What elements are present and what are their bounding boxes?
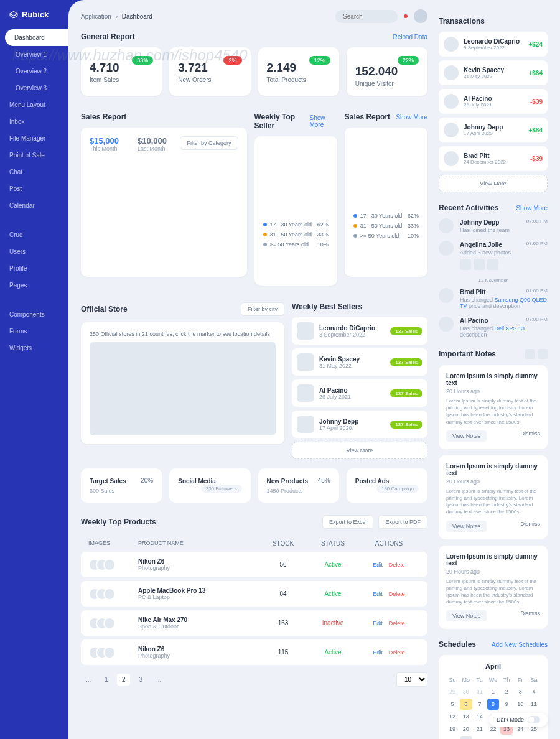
edit-action[interactable]: Edit (373, 562, 383, 568)
nav-crud[interactable]: Crud (0, 226, 68, 243)
nav-users[interactable]: Users (0, 243, 68, 260)
toggle-switch[interactable] (528, 716, 540, 723)
nav-profile[interactable]: Profile (0, 260, 68, 277)
notes-next[interactable] (538, 349, 548, 359)
nav-overview2[interactable]: Overview 2 (0, 63, 68, 80)
nav-overview3[interactable]: Overview 3 (0, 80, 68, 96)
calendar-day[interactable]: 6 (460, 699, 472, 710)
export-pdf-button[interactable]: Export to PDF (378, 515, 427, 529)
filter-category-button[interactable]: Filter by Category (180, 136, 238, 150)
filter-city-button[interactable]: Filter by city (241, 302, 284, 316)
page-number[interactable]: 1 (100, 674, 113, 686)
calendar-day[interactable]: 10 (514, 699, 526, 710)
page-number[interactable]: ... (81, 674, 96, 686)
calendar-month: April (446, 662, 540, 670)
search-input[interactable] (335, 10, 398, 23)
logo[interactable]: Rubick (0, 9, 68, 29)
calendar-day[interactable]: 31 (474, 686, 486, 697)
seller-name: Al Pacino (319, 387, 351, 394)
calendar-day[interactable]: 19 (446, 723, 459, 735)
delete-action[interactable]: Delete (389, 562, 405, 568)
transaction-item[interactable]: Johnny Depp17 April 2020+$84 (439, 118, 548, 142)
delete-action[interactable]: Delete (389, 591, 405, 597)
calendar-day[interactable]: 11 (528, 699, 540, 710)
transaction-item[interactable]: Brad Pitt24 December 2022-$39 (439, 146, 548, 171)
dismiss-link[interactable]: Dismiss (521, 521, 541, 532)
nav-file-manager[interactable]: File Manager (0, 130, 68, 147)
calendar-day[interactable]: 29 (446, 686, 459, 697)
view-notes-button[interactable]: View Notes (446, 610, 487, 621)
calendar-day[interactable]: 8 (487, 699, 500, 710)
user-avatar[interactable] (414, 9, 427, 23)
sr2-show-more[interactable]: Show More (396, 114, 427, 121)
nav-pages[interactable]: Pages (0, 277, 68, 294)
nav-components[interactable]: Components (0, 306, 68, 323)
calendar-day[interactable]: 28 (474, 736, 486, 739)
calendar-day[interactable]: 9 (500, 699, 513, 710)
map-placeholder[interactable] (90, 342, 276, 435)
per-page-select[interactable]: 10 (396, 672, 427, 687)
calendar-day[interactable]: 20 (460, 723, 472, 735)
calendar-day[interactable]: 1 (487, 686, 500, 697)
calendar-day[interactable]: 29 (487, 736, 500, 739)
nav-chat[interactable]: Chat (0, 164, 68, 180)
calendar-day[interactable]: 30 (500, 736, 513, 739)
calendar-day[interactable]: 7 (474, 699, 486, 710)
calendar-day[interactable]: 3 (514, 686, 526, 697)
delete-action[interactable]: Delete (389, 620, 405, 626)
trans-view-more[interactable]: View More (439, 175, 548, 192)
seller-item[interactable]: Kevin Spacey31 May 2022137 Sales (292, 348, 427, 376)
view-notes-button[interactable]: View Notes (446, 430, 487, 442)
wts-show-more[interactable]: Show More (309, 114, 337, 128)
notes-prev[interactable] (525, 349, 535, 359)
edit-action[interactable]: Edit (373, 591, 383, 597)
nav-post[interactable]: Post (0, 180, 68, 197)
calendar-day[interactable]: 14 (474, 711, 486, 722)
card-label: New Orders (178, 77, 241, 83)
edit-action[interactable]: Edit (373, 649, 383, 656)
calendar-day[interactable]: 26 (446, 736, 459, 739)
nav-pos[interactable]: Point of Sale (0, 147, 68, 164)
calendar-day[interactable]: 13 (460, 711, 472, 722)
notification-dot[interactable] (404, 14, 408, 18)
calendar-day[interactable]: 27 (460, 736, 472, 739)
nav-widgets[interactable]: Widgets (0, 340, 68, 356)
calendar-day[interactable]: 2 (500, 686, 513, 697)
nav-inbox[interactable]: Inbox (0, 113, 68, 130)
seller-item[interactable]: Al Pacino26 July 2021137 Sales (292, 379, 427, 407)
delete-action[interactable]: Delete (389, 649, 405, 656)
view-notes-button[interactable]: View Notes (446, 521, 487, 532)
nav-menu-layout[interactable]: Menu Layout (0, 96, 68, 113)
reload-data-link[interactable]: Reload Data (393, 34, 427, 40)
nav-overview1[interactable]: Overview 1 (0, 46, 68, 63)
transaction-item[interactable]: Leonardo DiCaprio9 September 2022+$24 (439, 32, 548, 57)
sellers-view-more[interactable]: View More (292, 442, 427, 459)
calendar-day[interactable]: 4 (528, 686, 540, 697)
calendar-day[interactable]: 2 (528, 736, 540, 739)
transaction-item[interactable]: Kevin Spacey31 May 2022+$64 (439, 60, 548, 85)
dismiss-link[interactable]: Dismiss (521, 610, 541, 621)
calendar-day-header: Th (500, 675, 513, 685)
transaction-item[interactable]: Al Pacino26 July 2021-$39 (439, 89, 548, 114)
page-number[interactable]: 2 (117, 674, 131, 686)
calendar-day[interactable]: 1 (514, 736, 526, 739)
dark-mode-toggle[interactable]: Dark Mode (489, 713, 548, 727)
calendar-day[interactable]: 5 (446, 699, 459, 710)
page-number[interactable]: ... (151, 674, 166, 686)
calendar-day[interactable]: 30 (460, 686, 472, 697)
activities-show-more[interactable]: Show More (516, 205, 548, 211)
dismiss-link[interactable]: Dismiss (521, 430, 541, 442)
stat-card: Social Media350 Followers (169, 468, 250, 503)
edit-action[interactable]: Edit (373, 620, 383, 626)
seller-item[interactable]: Johnny Depp17 April 2020137 Sales (292, 411, 427, 438)
add-schedules-link[interactable]: Add New Schedules (492, 641, 548, 648)
export-excel-button[interactable]: Export to Excel (322, 515, 374, 529)
calendar-day[interactable]: 12 (446, 711, 459, 722)
seller-item[interactable]: Leonardo DiCaprio3 September 2022137 Sal… (292, 317, 427, 345)
nav-dashboard[interactable]: Dashboard (5, 29, 68, 46)
calendar-day[interactable]: 21 (474, 723, 486, 735)
nav-forms[interactable]: Forms (0, 323, 68, 340)
page-number[interactable]: 3 (134, 674, 147, 686)
nav-calendar[interactable]: Calendar (0, 197, 68, 214)
breadcrumb-app[interactable]: Application (81, 13, 111, 20)
